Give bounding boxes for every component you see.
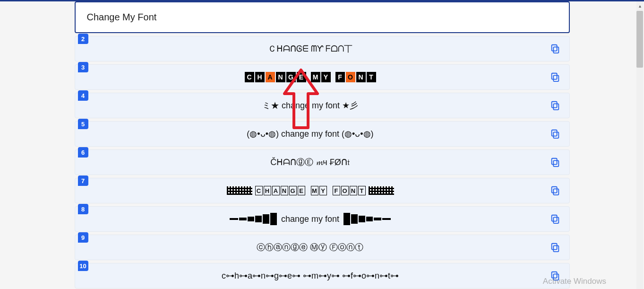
- row-number-badge: 5: [78, 119, 88, 129]
- font-row: 8 change my font: [75, 206, 570, 232]
- copy-icon: [550, 129, 560, 139]
- outlined-letter: M: [311, 186, 318, 195]
- font-text[interactable]: ČᕼᗩᑎⓖⒺ 𝓶ч ₣Øᑎ𝔱: [75, 157, 546, 168]
- font-row: 10 c⊶h⊶a⊶n⊶g⊶e⊶ ⊶m⊶y⊶ ⊶f⊶o⊶n⊶t⊶: [75, 263, 570, 289]
- svg-rect-5: [551, 102, 557, 108]
- row-number-badge: 4: [78, 90, 88, 101]
- font-text[interactable]: ⓒⓗⓐⓝⓖⓔ Ⓜⓨ Ⓕⓞⓝⓣ: [75, 242, 546, 253]
- outlined-letter: N: [281, 186, 288, 195]
- svg-rect-14: [553, 245, 558, 252]
- boxed-letter: M: [311, 72, 320, 82]
- outlined-letter: Y: [319, 186, 327, 195]
- input-box[interactable]: [75, 1, 570, 33]
- boxed-letter: G: [286, 72, 296, 82]
- copy-button[interactable]: [546, 210, 565, 228]
- font-text[interactable]: change my font: [75, 213, 546, 225]
- copy-button[interactable]: [546, 124, 565, 143]
- boxed-letter: N: [276, 72, 285, 82]
- boxed-letter: E: [297, 72, 306, 82]
- svg-rect-2: [553, 75, 558, 81]
- svg-rect-9: [551, 158, 557, 165]
- boxed-letter: O: [346, 72, 355, 82]
- font-input[interactable]: [87, 12, 558, 23]
- font-row: 6 ČᕼᗩᑎⓖⒺ 𝓶ч ₣Øᑎ𝔱: [75, 149, 570, 175]
- svg-rect-15: [551, 244, 557, 250]
- copy-button[interactable]: [546, 39, 565, 58]
- row-number-badge: 6: [78, 147, 88, 158]
- svg-rect-0: [553, 47, 558, 53]
- copy-icon: [550, 271, 560, 281]
- font-text[interactable]: CHANGEMYFONT: [75, 72, 546, 82]
- boxed-letter: H: [255, 72, 265, 82]
- outlined-letter: H: [264, 186, 271, 195]
- svg-rect-11: [551, 187, 557, 193]
- copy-button[interactable]: [546, 238, 565, 257]
- scrollbar-thumb[interactable]: [636, 11, 643, 68]
- row-number-badge: 3: [78, 62, 88, 72]
- copy-icon: [550, 185, 560, 196]
- font-row: 3 CHANGEMYFONT: [75, 64, 570, 90]
- boxed-letter: N: [356, 72, 366, 82]
- copy-button[interactable]: [546, 96, 565, 115]
- copy-button[interactable]: [546, 68, 565, 87]
- copy-icon: [550, 72, 560, 82]
- svg-rect-17: [551, 272, 557, 278]
- svg-rect-12: [553, 217, 558, 223]
- copy-icon: [550, 157, 560, 167]
- outlined-letter: C: [255, 186, 263, 195]
- main-container: 2 ＣᕼᗩᑎᎶᗴ ᗰƳ ᖴᗝᑎ丅 3 CHANGEMYFONT 4 ミ★ cha…: [75, 1, 570, 289]
- outlined-letter: G: [289, 186, 297, 195]
- boxed-letter: F: [335, 72, 345, 82]
- svg-rect-7: [551, 130, 557, 136]
- row-number-badge: 7: [78, 175, 88, 186]
- row-number-badge: 8: [78, 204, 88, 214]
- font-row: 5 (◍•ᴗ•◍) change my font (◍•ᴗ•◍): [75, 121, 570, 147]
- boxed-letter: C: [245, 72, 254, 82]
- font-text[interactable]: c⊶h⊶a⊶n⊶g⊶e⊶ ⊶m⊶y⊶ ⊶f⊶o⊶n⊶t⊶: [75, 271, 546, 281]
- svg-rect-1: [551, 45, 557, 51]
- font-row: 4 ミ★ change my font ★彡: [75, 93, 570, 118]
- copy-icon: [550, 214, 560, 224]
- row-number-badge: 2: [78, 34, 88, 44]
- boxed-letter: Y: [321, 72, 331, 82]
- scroll-up-arrow-icon[interactable]: ▴: [636, 2, 643, 9]
- font-row: 7 CHANGEMYFONT: [75, 178, 570, 203]
- copy-button[interactable]: [546, 266, 565, 285]
- font-row: 2 ＣᕼᗩᑎᎶᗴ ᗰƳ ᖴᗝᑎ丅: [75, 36, 570, 61]
- font-text[interactable]: (◍•ᴗ•◍) change my font (◍•ᴗ•◍): [75, 129, 546, 139]
- copy-button[interactable]: [546, 153, 565, 172]
- font-text[interactable]: ミ★ change my font ★彡: [75, 100, 546, 111]
- boxed-letter: T: [367, 72, 376, 82]
- font-text[interactable]: ＣᕼᗩᑎᎶᗴ ᗰƳ ᖴᗝᑎ丅: [75, 43, 546, 54]
- svg-rect-6: [553, 132, 558, 138]
- row-number-badge: 9: [78, 232, 88, 243]
- outlined-letter: A: [272, 186, 280, 195]
- font-row: 9 ⓒⓗⓐⓝⓖⓔ Ⓜⓨ Ⓕⓞⓝⓣ: [75, 235, 570, 260]
- copy-icon: [550, 100, 560, 111]
- outlined-letter: O: [341, 186, 349, 195]
- svg-rect-13: [551, 215, 557, 221]
- svg-rect-16: [553, 274, 558, 280]
- outlined-letter: F: [333, 186, 340, 195]
- outlined-letter: N: [350, 186, 357, 195]
- font-text[interactable]: CHANGEMYFONT: [75, 186, 546, 195]
- outlined-letter: T: [358, 186, 366, 195]
- svg-rect-10: [553, 189, 558, 195]
- svg-rect-3: [551, 73, 557, 79]
- copy-button[interactable]: [546, 181, 565, 200]
- outlined-letter: E: [298, 186, 305, 195]
- boxed-letter: A: [266, 72, 275, 82]
- copy-icon: [550, 44, 560, 54]
- svg-rect-8: [553, 160, 558, 166]
- svg-rect-4: [553, 104, 558, 110]
- row-number-badge: 10: [78, 261, 88, 271]
- font-text-inner: change my font: [281, 214, 339, 224]
- copy-icon: [550, 242, 560, 253]
